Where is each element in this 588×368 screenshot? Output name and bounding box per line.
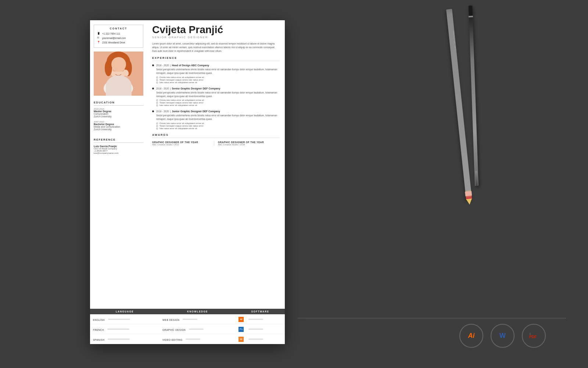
bullet-text-1-3: Iste natus error sit voluptatem erroe si… bbox=[159, 81, 197, 84]
soft-bar-3 bbox=[248, 339, 263, 340]
soft-cell-2: Ps bbox=[236, 324, 285, 334]
skills-row-3: SPANISH VIDEO EDITING Id bbox=[90, 334, 285, 344]
bullet-circle bbox=[156, 79, 158, 81]
photo-placeholder bbox=[94, 52, 143, 96]
bullet-circle bbox=[156, 82, 158, 84]
lang-label-3: SPANISH bbox=[93, 339, 105, 341]
skills-row-1: ENGLISH WEB DESIGN Ai bbox=[90, 314, 285, 324]
pen-cap bbox=[469, 6, 473, 17]
contact-email-item: ✉ youremail@email.com bbox=[97, 36, 140, 39]
word-circle-label: W bbox=[499, 332, 506, 340]
exp-sep-3: | bbox=[170, 110, 171, 113]
contact-address: 2331 Woodland Drive bbox=[102, 41, 125, 44]
award-title-2: GRAPHIC DESIGNER OF THE YEAR bbox=[218, 141, 276, 144]
candidate-bio: Lorem ipsum dolor sit amet, consectetur … bbox=[152, 42, 280, 53]
svg-point-7 bbox=[114, 68, 116, 71]
lang-cell-3: SPANISH bbox=[90, 334, 159, 344]
bullet-circle bbox=[156, 105, 158, 106]
know-label-3: VIDEO EDITING bbox=[162, 339, 183, 341]
svg-text:PDF: PDF bbox=[529, 335, 537, 339]
skills-row-2: FRENCH GRAPHIC DESIGN Ps bbox=[90, 324, 285, 334]
exp-year-3: 2018 - 2020 bbox=[156, 110, 169, 113]
soft-cell-3: Id bbox=[236, 334, 285, 344]
bullet-text-2-1: Omnis iste natus error sit voluptatem er… bbox=[159, 99, 204, 101]
know-label-2: GRAPHIC DESIGN bbox=[162, 329, 186, 331]
contact-phone-item: 📱 +1 222 7654 111 bbox=[97, 32, 140, 35]
bullet-text-1-2: Totam remaperi eaque omnis iste natus er… bbox=[159, 79, 203, 81]
ai-icon: Ai bbox=[239, 317, 244, 322]
candidate-name: Cvijeta Pranjić bbox=[152, 25, 280, 35]
svg-point-13 bbox=[104, 79, 133, 96]
lang-label-1: ENGLISH bbox=[93, 319, 105, 321]
bullet-circle bbox=[156, 102, 158, 104]
exp-header-1: 2018 - 2020 | Head of Design ABC Company bbox=[152, 64, 280, 67]
soft-bar-2 bbox=[248, 329, 263, 330]
know-cell-2: GRAPHIC DESIGN bbox=[159, 324, 236, 334]
bullet-circle bbox=[156, 99, 158, 101]
soft-cell-1: Ai bbox=[236, 314, 285, 324]
bullet-text-3-3: Iste natus error sit voluptatem erroe si… bbox=[159, 127, 197, 130]
reference-section: REFERENCE Luis Garcia Pranjic CEO of Aba… bbox=[90, 136, 147, 158]
know-cell-3: VIDEO EDITING bbox=[159, 334, 236, 344]
exp-bullet-1-2: Totam remaperi eaque omnis iste natus er… bbox=[156, 79, 280, 81]
svg-point-8 bbox=[121, 68, 123, 71]
lang-bar-1 bbox=[108, 319, 130, 320]
exp-bullet-3-2: Totam remaperi eaque omnis iste natus er… bbox=[156, 125, 280, 127]
lang-cell-1: ENGLISH bbox=[90, 314, 159, 324]
reference-item: Luis Garcia Pranjic CEO of Abadi Company… bbox=[94, 145, 143, 154]
exp-bullet-1-3: Iste natus error sit voluptatem erroe si… bbox=[156, 81, 280, 84]
bottom-divider-line bbox=[298, 318, 566, 318]
know-label-1: WEB DESIGN bbox=[162, 319, 180, 321]
exp-position-1: Head of Design ABC Company bbox=[172, 64, 209, 67]
exp-header-3: 2018 - 2020 | Junior Graphic Designer DE… bbox=[152, 110, 280, 113]
exp-year-2: 2018 - 2020 bbox=[156, 87, 169, 90]
award-sub-1: ABC Creative Studio / 2017 bbox=[152, 144, 210, 146]
bullet-circle bbox=[156, 77, 158, 78]
know-bar-3 bbox=[186, 339, 200, 340]
candidate-photo bbox=[94, 52, 143, 96]
exp-header-2: 2018 - 2020 | Senior Graphic Designer DE… bbox=[152, 87, 280, 90]
exp-item-2: 2018 - 2020 | Senior Graphic Designer DE… bbox=[152, 87, 280, 107]
exp-dot-3 bbox=[152, 110, 154, 112]
contact-section: CONTACT 📱 +1 222 7654 111 ✉ youremail@em… bbox=[94, 25, 143, 48]
lang-label-2: FRENCH bbox=[93, 329, 104, 331]
resume-sidebar: CONTACT 📱 +1 222 7654 111 ✉ youremail@em… bbox=[90, 20, 147, 344]
contact-address-item: 📍 2331 Woodland Drive bbox=[97, 41, 140, 44]
know-cell-1: WEB DESIGN bbox=[159, 314, 236, 324]
knowledge-header: KNOWLEDGE bbox=[159, 309, 236, 314]
bullet-circle bbox=[156, 125, 158, 127]
lang-header: LANGUAGE bbox=[90, 309, 159, 314]
exp-year-1: 2018 - 2020 bbox=[156, 64, 169, 67]
exp-dot-2 bbox=[152, 88, 154, 89]
exp-sep-1: | bbox=[170, 64, 171, 67]
bullet-text-1-1: Omnis iste natus error sit voluptatem er… bbox=[159, 76, 204, 78]
svg-point-5 bbox=[105, 60, 112, 76]
ai-circle-label: Ai bbox=[468, 332, 475, 340]
bullet-circle bbox=[156, 123, 158, 124]
svg-rect-12 bbox=[116, 78, 121, 84]
pen-band bbox=[469, 16, 473, 17]
soft-bar-1 bbox=[248, 319, 263, 320]
background bbox=[0, 0, 588, 368]
bullet-text-2-3: Iste natus error sit voluptatem erroe si… bbox=[159, 104, 197, 106]
education-section: EDUCATION 2010-2014 Master Degree Comuni… bbox=[90, 99, 147, 136]
experience-title: EXPERIENCE bbox=[152, 56, 280, 61]
resume-main: Cvijeta Pranjić SENIOR GRAPHIC DESIGNER … bbox=[147, 20, 285, 344]
edu-degree-2: Bachelor Degree bbox=[94, 123, 143, 125]
education-title: EDUCATION bbox=[94, 101, 143, 106]
contact-title: CONTACT bbox=[97, 27, 140, 30]
exp-bullets-2: Omnis iste natus error sit voluptatem er… bbox=[156, 99, 280, 106]
exp-item-1: 2018 - 2020 | Head of Design ABC Company… bbox=[152, 64, 280, 84]
lang-bar-3 bbox=[108, 339, 130, 340]
bullet-circle bbox=[156, 128, 158, 130]
ref-email: luis@companyname.com bbox=[94, 152, 143, 154]
edu-uni-2: Zurich University bbox=[94, 128, 143, 131]
ps-icon: Ps bbox=[239, 327, 244, 332]
bullet-text-3-1: Omnis iste natus error sit voluptatem er… bbox=[159, 122, 204, 124]
know-bar-2 bbox=[189, 329, 204, 330]
award-title-1: GRAPHIC DESIGNER OF THE YEAR bbox=[152, 141, 210, 144]
bullet-text-2-2: Totam remaperi eaque omnis iste natus er… bbox=[159, 102, 203, 104]
exp-bullet-3-1: Omnis iste natus error sit voluptatem er… bbox=[156, 122, 280, 124]
exp-desc-1: Sedut perspiciatis undemartana omnis bis… bbox=[156, 68, 280, 75]
lang-bar-2 bbox=[107, 329, 129, 330]
